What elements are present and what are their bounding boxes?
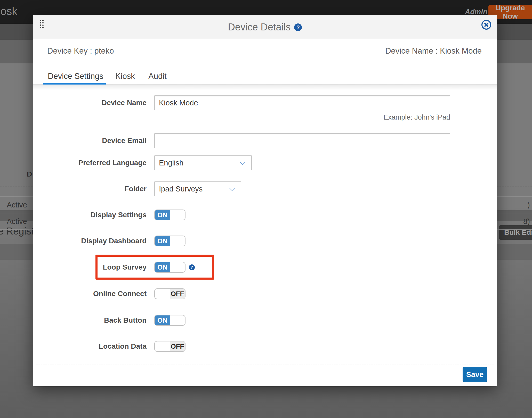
help-icon[interactable]: ? bbox=[294, 23, 302, 31]
device-details-modal: Device Details ? Device Key : pteko Devi… bbox=[33, 15, 497, 386]
preferred-language-value: English bbox=[159, 159, 183, 167]
table-row-value-fragment: ) bbox=[527, 201, 530, 209]
device-name-hint: Example: John's iPad bbox=[383, 113, 450, 121]
background-form-label-fragment: D bbox=[27, 170, 32, 178]
tab-audit[interactable]: Audit bbox=[148, 72, 167, 81]
toggle-state: ON bbox=[155, 262, 170, 272]
device-name-label: Device Name bbox=[33, 95, 147, 110]
display-dashboard-toggle[interactable]: ON bbox=[154, 236, 186, 246]
preferred-language-select[interactable]: English bbox=[154, 155, 252, 170]
toggle-state: ON bbox=[155, 236, 170, 246]
toggle-state: OFF bbox=[170, 341, 185, 351]
divider bbox=[33, 62, 497, 62]
chevron-down-icon bbox=[240, 160, 245, 165]
brand-logo-fragment: osk bbox=[1, 5, 17, 18]
folder-label: Folder bbox=[33, 181, 147, 196]
loop-survey-row: Loop Survey ON bbox=[33, 262, 497, 273]
location-data-row: Location Data OFF bbox=[33, 341, 497, 352]
chevron-down-icon bbox=[229, 186, 235, 191]
loop-survey-label: Loop Survey bbox=[33, 262, 147, 273]
active-tab-underline bbox=[43, 83, 106, 85]
folder-value: Ipad Surveys bbox=[159, 185, 203, 193]
display-dashboard-row: Display Dashboard ON bbox=[33, 236, 497, 246]
toggle-state: OFF bbox=[170, 289, 185, 299]
device-name-text: Device Name : Kiosk Mode bbox=[385, 46, 482, 56]
close-icon[interactable] bbox=[481, 20, 491, 30]
device-email-label: Device Email bbox=[33, 133, 147, 148]
device-key-text: Device Key : pteko bbox=[47, 46, 114, 56]
back-button-row: Back Button ON bbox=[33, 315, 497, 326]
table-row-value-fragment: 8) bbox=[523, 217, 530, 226]
back-button-toggle[interactable]: ON bbox=[154, 315, 186, 326]
online-connect-row: Online Connect OFF bbox=[33, 288, 497, 299]
online-connect-toggle[interactable]: OFF bbox=[154, 288, 186, 299]
folder-row: Folder Ipad Surveys bbox=[33, 181, 497, 196]
table-row-status: Active bbox=[7, 201, 27, 209]
folder-select[interactable]: Ipad Surveys bbox=[154, 181, 241, 196]
footer-divider bbox=[36, 364, 494, 364]
tab-shadow bbox=[33, 85, 497, 90]
display-settings-toggle[interactable]: ON bbox=[154, 210, 186, 220]
tab-device-settings[interactable]: Device Settings bbox=[48, 72, 103, 81]
device-email-input[interactable] bbox=[154, 133, 450, 148]
display-settings-label: Display Settings bbox=[33, 210, 147, 220]
loop-survey-toggle[interactable]: ON bbox=[154, 262, 186, 273]
modal-title: Device Details bbox=[228, 22, 291, 33]
screen: osk Admin Upgrade Now Mobile https:// D … bbox=[0, 0, 532, 418]
preferred-language-row: Preferred Language English bbox=[33, 155, 497, 170]
display-dashboard-label: Display Dashboard bbox=[33, 236, 147, 246]
bulk-edit-button[interactable]: Bulk Edit bbox=[499, 225, 532, 240]
device-email-row: Device Email bbox=[33, 133, 497, 148]
save-button[interactable]: Save bbox=[463, 367, 487, 382]
tab-kiosk[interactable]: Kiosk bbox=[115, 72, 135, 81]
registration-section-title-fragment: e Registr bbox=[0, 226, 37, 237]
loop-survey-help-icon[interactable]: ? bbox=[189, 264, 195, 270]
display-settings-row: Display Settings ON bbox=[33, 210, 497, 220]
toggle-state: ON bbox=[155, 315, 170, 325]
device-name-input[interactable] bbox=[154, 95, 450, 110]
toggle-state: ON bbox=[155, 210, 170, 220]
device-name-row: Device Name bbox=[33, 95, 497, 110]
location-data-label: Location Data bbox=[33, 341, 147, 352]
location-data-toggle[interactable]: OFF bbox=[154, 341, 186, 352]
preferred-language-label: Preferred Language bbox=[33, 155, 147, 170]
online-connect-label: Online Connect bbox=[33, 288, 147, 299]
back-button-label: Back Button bbox=[33, 315, 147, 326]
table-row-status: Active bbox=[7, 217, 27, 226]
